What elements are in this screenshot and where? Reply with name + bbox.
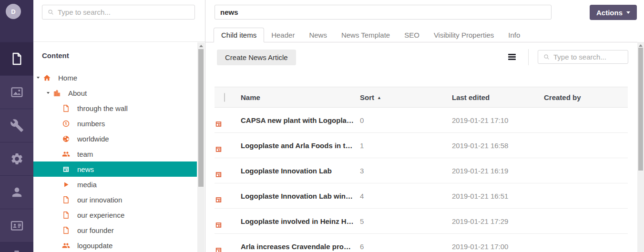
tree-item-label: About	[68, 89, 87, 97]
row-sort-value: 4	[360, 192, 452, 200]
table-row[interactable]: Logoplaste Innovation Lab wins ... 4 201…	[215, 183, 628, 209]
scroll-up-icon[interactable]	[199, 45, 203, 47]
list-search-input[interactable]	[553, 50, 628, 63]
document-icon	[62, 226, 70, 234]
table-header: Name Sort▲ Last edited Created by	[215, 87, 628, 108]
document-icon	[10, 52, 24, 66]
gear-icon	[10, 152, 24, 166]
appbar-section-settings[interactable]	[0, 109, 33, 142]
appbar-section-media[interactable]	[0, 75, 33, 109]
main-scrollbar-thumb[interactable]	[638, 48, 643, 171]
appbar-section-members[interactable]	[0, 209, 33, 242]
row-name-link[interactable]: CAPSA new plant with Logoplast...	[241, 116, 360, 124]
globe-icon	[62, 135, 70, 143]
tree-item-our-innovation[interactable]: our innovation	[33, 192, 197, 207]
create-news-article-button[interactable]: Create News Article	[217, 50, 296, 65]
tab-seo[interactable]: SEO	[397, 28, 427, 42]
tree-item-news[interactable]: news	[33, 161, 197, 177]
tree-search-area	[33, 0, 205, 42]
tree-item-label: team	[77, 150, 93, 158]
tree-item-label: worldwide	[77, 135, 109, 143]
tree-item-label: our experience	[77, 211, 124, 219]
column-header-name[interactable]: Name	[241, 93, 360, 101]
newspaper-icon	[215, 221, 241, 229]
appbar-section-packages[interactable]	[0, 142, 33, 175]
table-row[interactable]: Logoplaste and Arla Foods in the ... 1 2…	[215, 133, 628, 158]
table-row[interactable]: Logoplaste involved in Heinz HP ... 5 20…	[215, 209, 628, 234]
tab-visibility-properties[interactable]: Visibility Properties	[427, 28, 501, 42]
tree-item-label: news	[77, 165, 94, 173]
row-name-link[interactable]: Logoplaste Innovation Lab wins ...	[241, 192, 360, 200]
tree-item-worldwide[interactable]: worldwide	[33, 131, 197, 146]
select-all-checkbox[interactable]	[224, 93, 225, 102]
actions-button[interactable]: Actions	[590, 5, 637, 20]
tree-item-our-experience[interactable]: our experience	[33, 207, 197, 222]
tab-header[interactable]: Header	[264, 28, 302, 42]
newspaper-icon	[215, 171, 241, 179]
row-sort-value: 1	[360, 141, 452, 150]
row-name-link[interactable]: Logoplaste Innovation Lab	[241, 167, 360, 175]
caret-down-icon[interactable]	[35, 75, 41, 80]
document-icon	[62, 211, 70, 219]
tab-news[interactable]: News	[302, 28, 334, 42]
table-row[interactable]: Logoplaste Innovation Lab 3 2019-01-21 1…	[215, 158, 628, 183]
row-name-link[interactable]: Arla increases Cravendale produ...	[241, 242, 360, 251]
appbar-section-users[interactable]	[0, 175, 33, 209]
tree-item-label: Home	[58, 74, 77, 82]
number-one-icon	[62, 120, 70, 128]
search-icon	[47, 9, 54, 16]
row-last-edited: 2019-01-21 17:29	[452, 217, 544, 225]
tree-section-title: Content	[42, 51, 69, 60]
scroll-up-icon[interactable]	[639, 44, 643, 47]
tab-info[interactable]: Info	[501, 28, 527, 42]
list-layout-icon[interactable]	[508, 54, 516, 61]
row-last-edited: 2019-01-21 16:51	[452, 192, 544, 200]
tree-item-our-founder[interactable]: our founder	[33, 222, 197, 238]
table-row[interactable]: CAPSA new plant with Logoplast... 0 2019…	[215, 108, 628, 133]
tree-item-about[interactable]: About	[33, 85, 197, 101]
tree-scrollbar[interactable]	[197, 42, 204, 252]
tab-child-items[interactable]: Child items	[214, 28, 264, 42]
newspaper-icon	[215, 246, 241, 252]
row-name-link[interactable]: Logoplaste and Arla Foods in the ...	[241, 141, 360, 150]
tree-item-label: our innovation	[77, 196, 122, 204]
appbar-section-content[interactable]	[0, 42, 33, 75]
tree-item-team[interactable]: team	[33, 146, 197, 161]
column-header-created-by[interactable]: Created by	[544, 93, 628, 101]
tab-news-template[interactable]: News Template	[334, 28, 397, 42]
tree-item-media[interactable]: media	[33, 177, 197, 192]
home-icon	[43, 74, 51, 82]
main-scrollbar[interactable]	[637, 42, 644, 252]
list-search-box	[538, 50, 628, 64]
tree-item-numbers[interactable]: numbers	[33, 116, 197, 131]
tree-item-logoupdate[interactable]: logoupdate	[33, 238, 197, 252]
users-icon	[62, 150, 70, 158]
image-icon	[10, 85, 24, 99]
tree-item-label: our founder	[77, 226, 114, 234]
row-sort-value: 3	[360, 167, 452, 175]
user-avatar[interactable]: D	[6, 4, 21, 19]
tree-item-label: numbers	[77, 120, 105, 128]
column-header-last-edited[interactable]: Last edited	[452, 93, 544, 101]
toolbar-divider	[528, 49, 529, 65]
newspaper-icon	[215, 145, 241, 153]
caret-down-icon[interactable]	[45, 91, 51, 95]
column-header-sort[interactable]: Sort▲	[360, 93, 452, 101]
tree-item-through-the-wall[interactable]: through the wall	[33, 101, 197, 116]
sidebar-top: D	[0, 0, 33, 42]
tree-scrollbar-thumb[interactable]	[198, 49, 204, 187]
row-last-edited: 2019-01-21 16:19	[452, 167, 544, 175]
buildings-icon	[53, 89, 61, 97]
row-name-link[interactable]: Logoplaste involved in Heinz HP ...	[241, 217, 360, 225]
tree-search-input[interactable]	[58, 5, 194, 19]
tree-item-home[interactable]: Home	[33, 70, 197, 85]
document-icon	[62, 196, 70, 204]
tree-item-label: through the wall	[77, 104, 128, 112]
row-sort-value: 0	[360, 116, 452, 124]
play-icon	[62, 181, 70, 189]
editor-main: Actions Child items Header News News Tem…	[205, 0, 644, 252]
table-row[interactable]: Arla increases Cravendale produ... 6 201…	[215, 234, 628, 252]
document-icon	[62, 104, 70, 112]
tree-search-box	[42, 5, 195, 20]
node-title-input[interactable]	[215, 5, 552, 20]
